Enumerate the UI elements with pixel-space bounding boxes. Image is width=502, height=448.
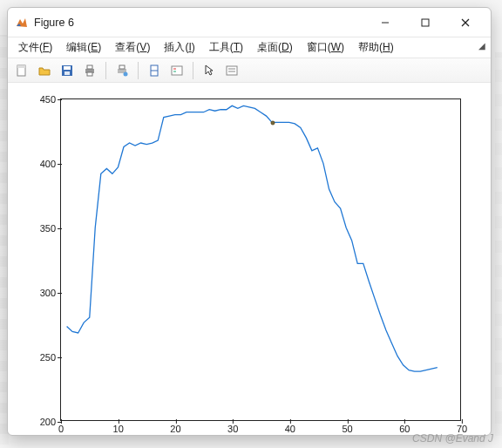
data-cursor-icon [115,64,129,78]
menu-h[interactable]: 帮助(H) [351,38,401,57]
x-tick: 0 [58,420,64,434]
svg-rect-13 [119,65,125,69]
open-button[interactable] [34,61,55,80]
svg-rect-7 [64,66,71,70]
link-button[interactable] [144,61,165,80]
new-figure-icon [15,64,29,78]
colorbar-button[interactable] [221,61,242,80]
window-title: Figure 6 [34,17,365,29]
new-figure-button[interactable] [11,61,32,80]
svg-rect-5 [17,65,25,68]
svg-rect-17 [172,66,182,75]
svg-rect-10 [87,65,92,69]
save-button[interactable] [57,61,78,80]
close-button[interactable] [445,10,485,36]
svg-rect-11 [87,72,92,76]
menu-i[interactable]: 插入(I) [157,38,201,57]
matlab-icon [15,16,29,30]
menu-d[interactable]: 桌面(D) [250,38,300,57]
pointer-button[interactable] [199,61,220,80]
x-tick: 10 [113,420,124,434]
link-axes-icon [147,64,161,78]
menu-f[interactable]: 文件(F) [11,38,59,57]
figure-window: Figure 6 文件(F)编辑(E)查看(V)插入(I)工具(T)桌面(D)窗… [7,7,492,436]
line-plot [61,99,460,420]
y-tick: 450 [40,94,61,105]
svg-rect-1 [422,19,429,26]
open-folder-icon [37,64,51,78]
axes[interactable]: 200250300350400450010203040506070 [60,98,461,421]
x-tick: 50 [342,420,352,434]
menu-e[interactable]: 编辑(E) [59,38,108,57]
toolbar-separator [105,62,106,79]
insert-legend-icon [170,64,184,78]
print-button[interactable] [79,61,100,80]
menu-w[interactable]: 窗口(W) [300,38,351,57]
titlebar: Figure 6 [8,8,491,37]
legend-button[interactable] [166,61,187,80]
x-tick: 40 [285,420,295,434]
toolbar [8,58,491,83]
toolbar-separator [138,62,139,79]
save-icon [60,64,74,78]
y-tick: 250 [40,352,61,363]
menubar: 文件(F)编辑(E)查看(V)插入(I)工具(T)桌面(D)窗口(W)帮助(H)… [8,37,491,58]
menu-t[interactable]: 工具(T) [202,38,250,57]
x-tick: 60 [399,420,410,434]
colorbar-icon [225,64,239,78]
maximize-button[interactable] [405,10,445,36]
x-tick: 20 [170,420,180,434]
svg-rect-8 [64,71,70,75]
x-tick: 30 [227,420,238,434]
minimize-button[interactable] [365,10,405,36]
y-tick: 300 [40,288,61,298]
y-tick: 350 [40,223,61,234]
data-marker[interactable] [271,120,275,125]
toolbar-separator [193,62,193,79]
x-tick: 70 [457,420,467,434]
svg-point-14 [124,71,128,76]
y-tick: 400 [40,159,61,169]
plot-area: 200250300350400450010203040506070 [8,83,491,435]
pointer-icon [202,64,216,78]
edit-plot-button[interactable] [112,61,132,80]
svg-rect-20 [227,66,237,75]
menu-v[interactable]: 查看(V) [108,38,157,57]
background-gutter-right [495,52,502,436]
print-icon [83,64,97,78]
toolbar-overflow-icon[interactable]: ◢ [478,41,485,51]
